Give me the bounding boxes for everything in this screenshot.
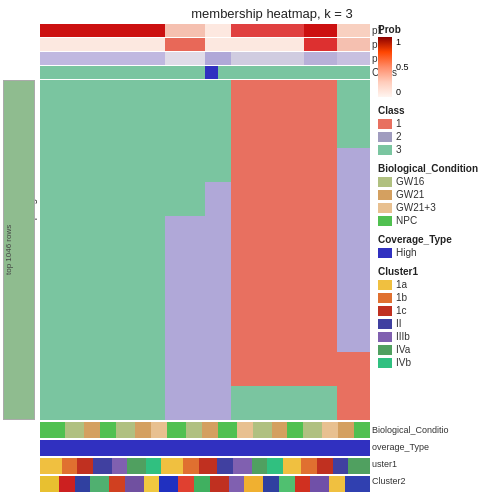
p3-seg4: [231, 52, 304, 65]
prob-min: 0: [396, 87, 409, 97]
class-blue: [205, 66, 218, 79]
cluster1-item-iva: IVa: [378, 344, 500, 355]
class-teal5: [304, 66, 337, 79]
p3-seg6: [337, 52, 370, 65]
cluster1-label-iiib: IIIb: [396, 331, 410, 342]
p2-row: [40, 38, 370, 51]
cluster1-label-1b: 1b: [396, 292, 407, 303]
prob-gradient-labels: 1 0.5 0: [396, 37, 409, 97]
sidebar-green-bar: top 1046 rows: [3, 80, 35, 420]
p2-seg3: [205, 38, 231, 51]
hm-c5-mid: [337, 148, 370, 352]
p2-seg4: [231, 38, 304, 51]
bottom-annotations: [40, 422, 370, 494]
class-legend-title: Class: [378, 105, 500, 116]
class-swatch-2: [378, 132, 392, 142]
cluster1-label-ii: II: [396, 318, 402, 329]
main-container: membership heatmap, k = 3 50 x 1 random …: [0, 0, 504, 504]
hm-c5-bot: [337, 352, 370, 420]
class-legend: Class 1 2 3: [378, 105, 500, 155]
p1-seg6: [337, 24, 370, 37]
bio-cond-swatch-npc: [378, 216, 392, 226]
p2-seg5: [304, 38, 337, 51]
p1-seg4: [231, 24, 304, 37]
sidebar-label-text: top 1046 rows: [4, 81, 13, 419]
hm-c2-bot: [165, 216, 205, 420]
chart-title: membership heatmap, k = 3: [0, 0, 504, 21]
bio-cond-item-gw213: GW21+3: [378, 202, 500, 213]
cluster2-row: [40, 476, 370, 492]
bio-cond-legend-title: Biological_Condition: [378, 163, 500, 174]
p3-row: [40, 52, 370, 65]
prob-gradient-bar: [378, 37, 392, 97]
bio-cond-item-gw16: GW16: [378, 176, 500, 187]
p1-seg3: [205, 24, 231, 37]
class-item-2: 2: [378, 131, 500, 142]
heatmap-body: [40, 80, 370, 420]
cluster1-swatch-ivb: [378, 358, 392, 368]
bio-cond-item-npc: NPC: [378, 215, 500, 226]
legend-area: Prob 1 0.5 0 Class 1 2: [378, 24, 500, 494]
coverage-item-high: High: [378, 247, 500, 258]
coverage-label-high: High: [396, 247, 417, 258]
p3-seg1: [40, 52, 165, 65]
class-teal1: [40, 66, 165, 79]
top-annotations: [40, 24, 370, 76]
bio-cond-swatch-gw16: [378, 177, 392, 187]
cluster1-swatch-1c: [378, 306, 392, 316]
p3-seg5: [304, 52, 337, 65]
class-label-2: 2: [396, 131, 402, 142]
cluster1-label-1a: 1a: [396, 279, 407, 290]
class-item-1: 1: [378, 118, 500, 129]
p3-seg2: [165, 52, 205, 65]
class-row: [40, 66, 370, 79]
cluster1-swatch-iiib: [378, 332, 392, 342]
cluster1-item-ii: II: [378, 318, 500, 329]
p1-row: [40, 24, 370, 37]
p2-seg2: [165, 38, 205, 51]
prob-gradient-row: 1 0.5 0: [378, 37, 500, 97]
prob-mid: 0.5: [396, 62, 409, 72]
class-teal3: [218, 66, 231, 79]
bio-cond-item-gw21: GW21: [378, 189, 500, 200]
hm-col-2: [165, 80, 205, 420]
cluster1-item-iiib: IIIb: [378, 331, 500, 342]
bio-cond-label-npc: NPC: [396, 215, 417, 226]
p3-seg3: [205, 52, 231, 65]
bio-cond-label-gw21: GW21: [396, 189, 424, 200]
cluster1-item-1b: 1b: [378, 292, 500, 303]
cluster1-swatch-iva: [378, 345, 392, 355]
cluster1-label-1c: 1c: [396, 305, 407, 316]
bio-cond-row: [40, 422, 370, 438]
class-teal4: [231, 66, 304, 79]
cluster1-swatch-1a: [378, 280, 392, 290]
coverage-type-row: [40, 440, 370, 456]
bio-cond-swatch-gw213: [378, 203, 392, 213]
bio-cond-swatch-gw21: [378, 190, 392, 200]
class-item-3: 3: [378, 144, 500, 155]
coverage-legend-title: Coverage_Type: [378, 234, 500, 245]
hm-c2-top: [165, 80, 205, 216]
prob-legend: Prob 1 0.5 0: [378, 24, 500, 97]
hm-c5-top: [337, 80, 370, 148]
class-label-1: 1: [396, 118, 402, 129]
prob-max: 1: [396, 37, 409, 47]
class-teal2: [165, 66, 205, 79]
cluster1-item-1a: 1a: [378, 279, 500, 290]
hm-col-4: [231, 80, 337, 420]
hm-col-1: [40, 80, 165, 420]
hm-c4-bot: [231, 386, 337, 420]
coverage-legend: Coverage_Type High: [378, 234, 500, 258]
p1-seg2: [165, 24, 205, 37]
hm-col-5: [337, 80, 370, 420]
class-swatch-1: [378, 119, 392, 129]
coverage-swatch-high: [378, 248, 392, 258]
cluster1-item-ivb: IVb: [378, 357, 500, 368]
class-teal6: [337, 66, 370, 79]
p1-seg1: [40, 24, 165, 37]
cluster1-swatch-1b: [378, 293, 392, 303]
class-swatch-3: [378, 145, 392, 155]
hm-c3-top: [205, 80, 231, 182]
cluster1-label-ivb: IVb: [396, 357, 411, 368]
cluster1-item-1c: 1c: [378, 305, 500, 316]
